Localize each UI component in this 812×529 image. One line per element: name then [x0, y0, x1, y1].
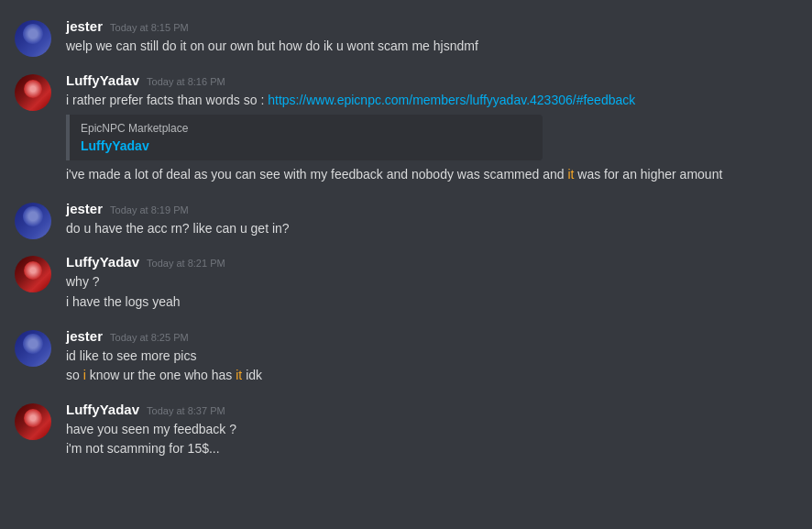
avatar: [15, 74, 51, 111]
message-group: LuffyYadav Today at 8:37 PM have you see…: [0, 398, 812, 464]
message-text: why ?: [66, 273, 797, 292]
message-header: jester Today at 8:15 PM: [66, 18, 797, 34]
avatar: [15, 403, 51, 440]
avatar: [15, 256, 51, 292]
username: jester: [66, 328, 103, 344]
message-text: do u have the acc rn? like can u get in?: [66, 220, 797, 238]
message-text: have you seen my feedback ?: [66, 421, 797, 439]
message-group: LuffyYadav Today at 8:21 PM why ? i have…: [0, 250, 812, 316]
message-header: LuffyYadav Today at 8:37 PM: [66, 402, 797, 417]
username: jester: [66, 18, 103, 34]
message-text-2: i'm not scamming for 15$...: [66, 440, 797, 458]
username: LuffyYadav: [66, 72, 139, 88]
timestamp: Today at 8:25 PM: [110, 332, 189, 343]
message-group: jester Today at 8:19 PM do u have the ac…: [0, 197, 812, 244]
message-text: welp we can still do it on our own but h…: [66, 38, 797, 56]
username: LuffyYadav: [66, 402, 139, 417]
message-content: jester Today at 8:19 PM do u have the ac…: [66, 201, 797, 240]
message-text-2: i have the logs yeah: [66, 293, 797, 312]
embed-content: EpicNPC Marketplace LuffyYadav: [81, 122, 532, 153]
embed-provider: EpicNPC Marketplace: [81, 122, 532, 135]
message-content: jester Today at 8:15 PM welp we can stil…: [66, 18, 797, 58]
message-content: LuffyYadav Today at 8:21 PM why ? i have…: [66, 254, 797, 313]
message-text: id like to see more pics: [66, 347, 797, 366]
message-text: i rather prefer facts than words so : ht…: [66, 92, 797, 110]
messages-container: jester Today at 8:15 PM welp we can stil…: [0, 0, 812, 486]
feedback-link[interactable]: https://www.epicnpc.com/members/luffyyad…: [268, 93, 635, 107]
highlighted-word: it: [567, 167, 574, 182]
message-group: jester Today at 8:15 PM welp we can stil…: [0, 15, 812, 61]
username: jester: [66, 201, 103, 216]
message-header: LuffyYadav Today at 8:21 PM: [66, 254, 797, 270]
message-group: LuffyYadav Today at 8:16 PM i rather pre…: [0, 69, 812, 190]
timestamp: Today at 8:15 PM: [110, 22, 189, 33]
avatar: [15, 20, 51, 57]
message-continuation-text: i've made a lot of deal as you can see w…: [66, 166, 797, 184]
timestamp: Today at 8:19 PM: [110, 204, 189, 215]
message-header: jester Today at 8:19 PM: [66, 201, 797, 216]
message-text-2: so i know ur the one who has it idk: [66, 367, 797, 385]
avatar: [15, 330, 51, 367]
message-header: LuffyYadav Today at 8:16 PM: [66, 72, 797, 88]
avatar: [15, 203, 51, 239]
username: LuffyYadav: [66, 254, 139, 270]
message-content: LuffyYadav Today at 8:37 PM have you see…: [66, 402, 797, 460]
message-group: jester Today at 8:25 PM id like to see m…: [0, 325, 812, 391]
message-content: jester Today at 8:25 PM id like to see m…: [66, 328, 797, 387]
timestamp: Today at 8:16 PM: [147, 76, 225, 87]
message-line-text: i rather prefer facts than words so :: [66, 93, 264, 107]
message-header: jester Today at 8:25 PM: [66, 328, 797, 344]
embed-title: LuffyYadav: [81, 138, 532, 153]
timestamp: Today at 8:21 PM: [147, 258, 225, 269]
highlighted-word-it: it: [236, 368, 242, 382]
timestamp: Today at 8:37 PM: [147, 405, 225, 416]
highlighted-word-i: i: [83, 368, 86, 382]
embed-card: EpicNPC Marketplace LuffyYadav: [66, 115, 543, 160]
message-content: LuffyYadav Today at 8:16 PM i rather pre…: [66, 72, 797, 186]
